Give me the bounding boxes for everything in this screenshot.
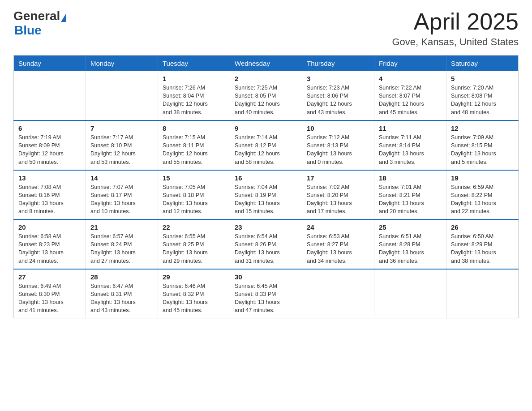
day-of-week-header: Friday bbox=[374, 56, 446, 72]
calendar-table: SundayMondayTuesdayWednesdayThursdayFrid… bbox=[13, 55, 519, 318]
calendar-day-cell: 23Sunrise: 6:54 AM Sunset: 8:26 PM Dayli… bbox=[230, 219, 302, 269]
day-number: 23 bbox=[235, 223, 297, 231]
day-of-week-header: Thursday bbox=[302, 56, 374, 72]
calendar-day-cell: 9Sunrise: 7:14 AM Sunset: 8:12 PM Daylig… bbox=[230, 120, 302, 170]
day-info: Sunrise: 6:54 AM Sunset: 8:26 PM Dayligh… bbox=[235, 232, 297, 265]
day-number: 17 bbox=[307, 174, 369, 182]
calendar-day-cell: 20Sunrise: 6:58 AM Sunset: 8:23 PM Dayli… bbox=[14, 219, 86, 269]
day-number: 12 bbox=[451, 124, 514, 132]
calendar-day-cell: 11Sunrise: 7:11 AM Sunset: 8:14 PM Dayli… bbox=[374, 120, 446, 170]
day-info: Sunrise: 7:05 AM Sunset: 8:18 PM Dayligh… bbox=[163, 183, 225, 216]
day-info: Sunrise: 6:50 AM Sunset: 8:29 PM Dayligh… bbox=[451, 232, 514, 265]
calendar-day-cell: 27Sunrise: 6:49 AM Sunset: 8:30 PM Dayli… bbox=[14, 269, 86, 318]
calendar-day-cell: 29Sunrise: 6:46 AM Sunset: 8:32 PM Dayli… bbox=[158, 269, 230, 318]
calendar-day-cell: 26Sunrise: 6:50 AM Sunset: 8:29 PM Dayli… bbox=[446, 219, 519, 269]
day-of-week-header: Saturday bbox=[446, 56, 519, 72]
day-info: Sunrise: 6:57 AM Sunset: 8:24 PM Dayligh… bbox=[90, 232, 153, 265]
day-info: Sunrise: 7:20 AM Sunset: 8:08 PM Dayligh… bbox=[451, 84, 514, 116]
day-number: 18 bbox=[379, 174, 442, 182]
day-info: Sunrise: 6:58 AM Sunset: 8:23 PM Dayligh… bbox=[18, 232, 81, 265]
day-of-week-header: Sunday bbox=[14, 56, 86, 72]
day-number: 4 bbox=[379, 75, 442, 82]
day-number: 2 bbox=[235, 75, 297, 82]
day-info: Sunrise: 7:22 AM Sunset: 8:07 PM Dayligh… bbox=[379, 84, 442, 116]
day-info: Sunrise: 7:14 AM Sunset: 8:12 PM Dayligh… bbox=[235, 133, 297, 166]
day-number: 1 bbox=[163, 75, 225, 82]
day-number: 8 bbox=[163, 124, 225, 132]
day-number: 11 bbox=[379, 124, 442, 132]
day-info: Sunrise: 7:04 AM Sunset: 8:19 PM Dayligh… bbox=[235, 183, 297, 216]
calendar-day-cell: 3Sunrise: 7:23 AM Sunset: 8:06 PM Daylig… bbox=[302, 71, 374, 120]
day-of-week-header: Wednesday bbox=[230, 56, 302, 72]
calendar-week-row: 6Sunrise: 7:19 AM Sunset: 8:09 PM Daylig… bbox=[14, 120, 519, 170]
calendar-day-cell: 4Sunrise: 7:22 AM Sunset: 8:07 PM Daylig… bbox=[374, 71, 446, 120]
day-number: 28 bbox=[90, 273, 153, 281]
calendar-day-cell: 21Sunrise: 6:57 AM Sunset: 8:24 PM Dayli… bbox=[86, 219, 158, 269]
calendar-day-cell: 30Sunrise: 6:45 AM Sunset: 8:33 PM Dayli… bbox=[230, 269, 302, 318]
day-info: Sunrise: 6:49 AM Sunset: 8:30 PM Dayligh… bbox=[18, 282, 81, 315]
day-info: Sunrise: 7:02 AM Sunset: 8:20 PM Dayligh… bbox=[307, 183, 369, 216]
day-of-week-header: Monday bbox=[86, 56, 158, 72]
day-info: Sunrise: 7:08 AM Sunset: 8:16 PM Dayligh… bbox=[18, 183, 81, 216]
calendar-header: SundayMondayTuesdayWednesdayThursdayFrid… bbox=[14, 56, 519, 72]
logo: General Blue bbox=[13, 9, 66, 38]
day-info: Sunrise: 6:47 AM Sunset: 8:31 PM Dayligh… bbox=[90, 282, 153, 315]
calendar-day-cell: 24Sunrise: 6:53 AM Sunset: 8:27 PM Dayli… bbox=[302, 219, 374, 269]
calendar-day-cell: 19Sunrise: 6:59 AM Sunset: 8:22 PM Dayli… bbox=[446, 170, 519, 220]
calendar-day-cell: 16Sunrise: 7:04 AM Sunset: 8:19 PM Dayli… bbox=[230, 170, 302, 220]
day-number: 21 bbox=[90, 223, 153, 231]
day-number: 22 bbox=[163, 223, 225, 231]
day-number: 25 bbox=[379, 223, 442, 231]
day-info: Sunrise: 7:23 AM Sunset: 8:06 PM Dayligh… bbox=[307, 84, 369, 116]
calendar-day-cell: 22Sunrise: 6:55 AM Sunset: 8:25 PM Dayli… bbox=[158, 219, 230, 269]
calendar-day-cell: 5Sunrise: 7:20 AM Sunset: 8:08 PM Daylig… bbox=[446, 71, 519, 120]
calendar-week-row: 27Sunrise: 6:49 AM Sunset: 8:30 PM Dayli… bbox=[14, 269, 519, 318]
page-header: General Blue April 2025 Gove, Kansas, Un… bbox=[13, 9, 519, 48]
day-info: Sunrise: 6:59 AM Sunset: 8:22 PM Dayligh… bbox=[451, 183, 514, 216]
calendar-day-cell: 13Sunrise: 7:08 AM Sunset: 8:16 PM Dayli… bbox=[14, 170, 86, 220]
day-of-week-header: Tuesday bbox=[158, 56, 230, 72]
day-info: Sunrise: 7:01 AM Sunset: 8:21 PM Dayligh… bbox=[379, 183, 442, 216]
calendar-day-cell: 14Sunrise: 7:07 AM Sunset: 8:17 PM Dayli… bbox=[86, 170, 158, 220]
calendar-day-cell bbox=[374, 269, 446, 318]
calendar-day-cell bbox=[86, 71, 158, 120]
logo-blue-text: Blue bbox=[14, 23, 42, 38]
day-info: Sunrise: 7:11 AM Sunset: 8:14 PM Dayligh… bbox=[379, 133, 442, 166]
day-info: Sunrise: 6:51 AM Sunset: 8:28 PM Dayligh… bbox=[379, 232, 442, 265]
day-info: Sunrise: 6:45 AM Sunset: 8:33 PM Dayligh… bbox=[235, 282, 297, 315]
day-number: 13 bbox=[18, 174, 81, 182]
day-info: Sunrise: 7:09 AM Sunset: 8:15 PM Dayligh… bbox=[451, 133, 514, 166]
calendar-day-cell: 17Sunrise: 7:02 AM Sunset: 8:20 PM Dayli… bbox=[302, 170, 374, 220]
day-info: Sunrise: 6:53 AM Sunset: 8:27 PM Dayligh… bbox=[307, 232, 369, 265]
calendar-day-cell bbox=[446, 269, 519, 318]
day-number: 26 bbox=[451, 223, 514, 231]
day-info: Sunrise: 7:25 AM Sunset: 8:05 PM Dayligh… bbox=[235, 84, 297, 116]
day-info: Sunrise: 7:26 AM Sunset: 8:04 PM Dayligh… bbox=[163, 84, 225, 116]
day-number: 10 bbox=[307, 124, 369, 132]
calendar-week-row: 1Sunrise: 7:26 AM Sunset: 8:04 PM Daylig… bbox=[14, 71, 519, 120]
day-info: Sunrise: 7:12 AM Sunset: 8:13 PM Dayligh… bbox=[307, 133, 369, 166]
calendar-day-cell: 1Sunrise: 7:26 AM Sunset: 8:04 PM Daylig… bbox=[158, 71, 230, 120]
day-number: 14 bbox=[90, 174, 153, 182]
calendar-day-cell: 25Sunrise: 6:51 AM Sunset: 8:28 PM Dayli… bbox=[374, 219, 446, 269]
day-info: Sunrise: 7:07 AM Sunset: 8:17 PM Dayligh… bbox=[90, 183, 153, 216]
day-info: Sunrise: 7:17 AM Sunset: 8:10 PM Dayligh… bbox=[90, 133, 153, 166]
calendar-subtitle: Gove, Kansas, United States bbox=[392, 36, 519, 48]
day-number: 29 bbox=[163, 273, 225, 281]
calendar-body: 1Sunrise: 7:26 AM Sunset: 8:04 PM Daylig… bbox=[14, 71, 519, 318]
day-number: 5 bbox=[451, 75, 514, 82]
calendar-day-cell: 2Sunrise: 7:25 AM Sunset: 8:05 PM Daylig… bbox=[230, 71, 302, 120]
calendar-day-cell bbox=[14, 71, 86, 120]
calendar-title: April 2025 bbox=[392, 9, 519, 34]
day-number: 6 bbox=[18, 124, 81, 132]
day-info: Sunrise: 6:55 AM Sunset: 8:25 PM Dayligh… bbox=[163, 232, 225, 265]
calendar-day-cell: 6Sunrise: 7:19 AM Sunset: 8:09 PM Daylig… bbox=[14, 120, 86, 170]
day-info: Sunrise: 7:19 AM Sunset: 8:09 PM Dayligh… bbox=[18, 133, 81, 166]
title-block: April 2025 Gove, Kansas, United States bbox=[392, 9, 519, 48]
day-number: 30 bbox=[235, 273, 297, 281]
calendar-day-cell: 7Sunrise: 7:17 AM Sunset: 8:10 PM Daylig… bbox=[86, 120, 158, 170]
day-number: 20 bbox=[18, 223, 81, 231]
calendar-day-cell bbox=[302, 269, 374, 318]
logo-general-text: General bbox=[13, 9, 60, 23]
day-info: Sunrise: 7:15 AM Sunset: 8:11 PM Dayligh… bbox=[163, 133, 225, 166]
